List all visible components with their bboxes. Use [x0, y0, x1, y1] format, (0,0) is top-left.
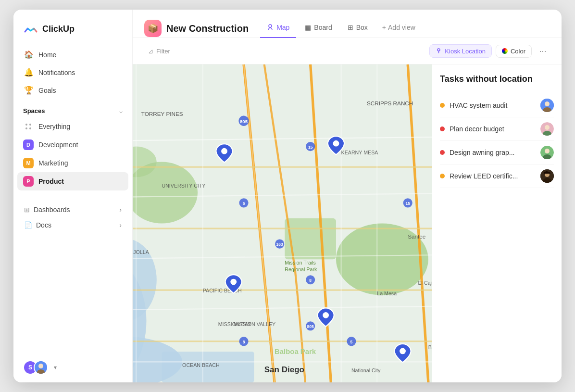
avatar-caret-icon[interactable]: ▾: [54, 364, 57, 371]
task-dot-decor: [440, 126, 445, 131]
marketing-badge: M: [23, 158, 34, 168]
svg-text:La Mesa: La Mesa: [377, 291, 397, 296]
svg-text:Mission Trails: Mission Trails: [285, 260, 316, 266]
sidebar-item-development[interactable]: D Development: [17, 136, 128, 154]
svg-text:Regional Park: Regional Park: [285, 266, 317, 272]
spaces-list: Everything D Development M Marketing P P…: [13, 117, 132, 190]
svg-text:5: 5: [243, 201, 245, 206]
filter-button[interactable]: ⊿ Filter: [144, 46, 174, 57]
tab-box-label: Box: [356, 24, 368, 31]
sidebar-footer: S ▾: [13, 353, 132, 382]
docs-icon: 📄: [24, 221, 32, 229]
task-item-decor[interactable]: Plan decor budget: [440, 117, 554, 141]
logo: ClickUp: [13, 10, 132, 46]
sidebar-spacer: [13, 236, 132, 353]
view-tabs: Map ▦ Board ⊞ Box + Add view: [260, 19, 421, 38]
main-content: 📦 New Construction Map ▦ Board ⊞ Box: [133, 10, 562, 382]
svg-point-0: [25, 124, 27, 126]
svg-text:OCEAN BEACH: OCEAN BEACH: [182, 362, 220, 368]
development-badge: D: [23, 139, 34, 150]
svg-point-83: [545, 101, 550, 106]
app-container: ClickUp 🏠 Home 🔔 Notifications 🏆 Goals S…: [13, 10, 562, 382]
dashboards-chevron-icon: ›: [119, 206, 122, 214]
spaces-section-header: Spaces ⌵: [13, 99, 132, 117]
docs-label: Docs: [36, 221, 51, 229]
svg-text:Bonita: Bonita: [428, 344, 432, 350]
dashboards-left: ⊞ Dashboards: [24, 206, 70, 214]
svg-point-79: [230, 279, 237, 285]
clickup-logo-icon: [23, 21, 38, 37]
main-header: 📦 New Construction Map ▦ Board ⊞ Box: [133, 10, 562, 38]
right-panel: Tasks without location HVAC system audit: [432, 64, 562, 382]
svg-point-81: [400, 348, 406, 354]
box-tab-icon: ⊞: [348, 24, 353, 31]
avatar-user2[interactable]: [34, 360, 48, 375]
sidebar-item-marketing[interactable]: M Marketing: [17, 154, 128, 172]
svg-text:UNIVERSITY CITY: UNIVERSITY CITY: [162, 183, 205, 189]
avatar-face-icon: [35, 361, 47, 374]
sidebar-item-home-label: Home: [38, 51, 56, 59]
svg-point-78: [333, 140, 339, 147]
filter-label: Filter: [156, 48, 170, 55]
everything-icon: [23, 121, 34, 132]
task-item-awning[interactable]: Design awning grap...: [440, 141, 554, 164]
svg-text:15: 15: [405, 201, 410, 206]
sidebar-nav: 🏠 Home 🔔 Notifications 🏆 Goals: [13, 46, 132, 99]
logo-text: ClickUp: [42, 24, 75, 34]
tab-add-view[interactable]: + Add view: [376, 20, 421, 37]
docs-left: 📄 Docs: [24, 221, 51, 229]
tab-board[interactable]: ▦ Board: [298, 20, 338, 38]
color-button[interactable]: Color: [496, 45, 532, 58]
sidebar-item-notifications[interactable]: 🔔 Notifications: [19, 64, 126, 81]
add-view-plus-icon: +: [382, 24, 386, 31]
map-area[interactable]: 805 5 15 8 15 163 5 8 80: [133, 64, 432, 382]
kiosk-pin-icon: [436, 47, 442, 55]
sidebar-item-docs[interactable]: 📄 Docs ›: [19, 217, 126, 233]
project-title: New Construction: [166, 23, 249, 34]
color-label: Color: [511, 48, 525, 55]
task-dot-leed: [440, 174, 445, 178]
svg-text:163: 163: [276, 242, 283, 247]
tab-map[interactable]: Map: [260, 19, 296, 38]
svg-text:LA JOLLA: LA JOLLA: [133, 249, 150, 255]
svg-text:Santee: Santee: [408, 233, 425, 240]
svg-text:TORREY PINES: TORREY PINES: [141, 111, 183, 117]
task-item-leed[interactable]: Review LEED certific...: [440, 164, 554, 188]
product-label: Product: [38, 177, 64, 185]
sidebar-item-notifications-label: Notifications: [38, 69, 75, 76]
task-dot-hvac: [440, 103, 445, 108]
more-options-button[interactable]: ···: [536, 44, 550, 58]
notifications-icon: 🔔: [24, 68, 34, 77]
tab-box[interactable]: ⊞ Box: [341, 20, 375, 38]
svg-point-77: [221, 148, 227, 154]
task-name-leed: Review LEED certific...: [450, 172, 536, 180]
svg-text:8: 8: [243, 340, 245, 344]
toolbar: ⊿ Filter Kiosk Location Color ···: [133, 38, 562, 64]
svg-text:San Diego: San Diego: [264, 365, 304, 374]
task-item-hvac[interactable]: HVAC system audit: [440, 94, 554, 117]
task-dot-awning: [440, 150, 445, 155]
kiosk-location-button[interactable]: Kiosk Location: [429, 44, 492, 58]
home-icon: 🏠: [24, 50, 34, 59]
spaces-chevron-icon[interactable]: ⌵: [119, 108, 123, 114]
sidebar-item-home[interactable]: 🏠 Home: [19, 46, 126, 63]
map-tab-icon: [267, 23, 274, 31]
filter-icon: ⊿: [148, 48, 153, 55]
spaces-label: Spaces: [23, 107, 45, 114]
task-avatar-awning: [540, 146, 554, 159]
sidebar-item-goals[interactable]: 🏆 Goals: [19, 82, 126, 99]
svg-text:National City: National City: [351, 367, 381, 373]
sidebar-item-goals-label: Goals: [38, 87, 56, 94]
dashboards-icon: ⊞: [24, 206, 30, 214]
svg-point-3: [29, 127, 31, 129]
tab-board-label: Board: [314, 24, 332, 31]
svg-point-5: [38, 364, 43, 368]
task-name-awning: Design awning grap...: [450, 149, 536, 156]
sidebar-item-product[interactable]: P Product: [17, 172, 128, 190]
svg-text:Balboa Park: Balboa Park: [275, 347, 316, 355]
sidebar-item-dashboards[interactable]: ⊞ Dashboards ›: [19, 202, 126, 217]
avatar-user1-initials: S: [28, 364, 32, 371]
svg-point-89: [545, 149, 550, 153]
sidebar-item-everything[interactable]: Everything: [17, 117, 128, 136]
tab-map-label: Map: [276, 24, 289, 31]
